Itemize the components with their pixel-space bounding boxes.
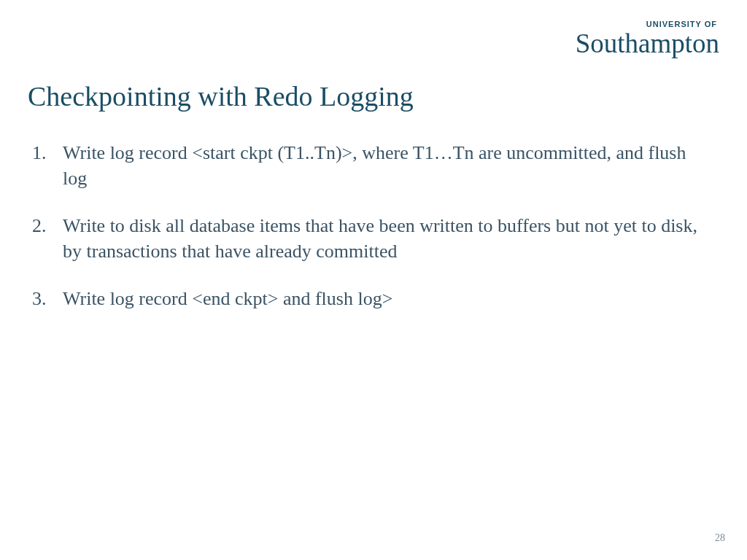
- list-item: Write log record <start ckpt (T1..Tn)>, …: [28, 140, 703, 191]
- slide-content: Write log record <start ckpt (T1..Tn)>, …: [28, 140, 703, 333]
- logo-name: Southampton: [576, 30, 719, 57]
- list-item: Write to disk all database items that ha…: [28, 213, 703, 264]
- logo-tagline: UNIVERSITY OF: [576, 20, 717, 28]
- slide-title: Checkpointing with Redo Logging: [28, 80, 414, 112]
- list-item: Write log record <end ckpt> and flush lo…: [28, 286, 703, 311]
- page-number: 28: [715, 532, 725, 544]
- numbered-list: Write log record <start ckpt (T1..Tn)>, …: [28, 140, 703, 311]
- university-logo: UNIVERSITY OF Southampton: [576, 20, 719, 57]
